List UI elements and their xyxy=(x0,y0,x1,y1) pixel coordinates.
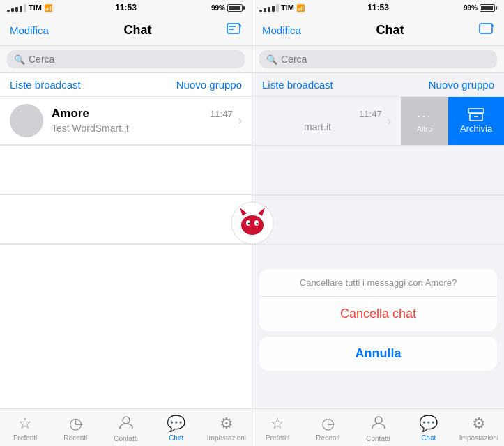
tab-bar-left: ☆ Preferiti ◷ Recenti Contatti 💬 Chat ⚙ … xyxy=(0,408,252,446)
chat-preview-right: mart.it xyxy=(304,121,331,132)
wifi-icon-right: 📶 xyxy=(296,4,305,12)
altro-button[interactable]: ··· Altro xyxy=(401,97,448,145)
tab-preferiti-right[interactable]: ☆ Preferiti xyxy=(252,412,303,445)
search-wrap-right: 🔍 xyxy=(259,50,497,68)
empty-row-2-left xyxy=(0,195,252,244)
carrier-label-right: TIM xyxy=(281,3,294,12)
recenti-label-left: Recenti xyxy=(63,434,87,442)
broadcast-row-right: Liste broadcast Nuovo gruppo xyxy=(252,73,504,97)
chat-label-left: Chat xyxy=(169,434,183,442)
broadcast-label-left[interactable]: Liste broadcast xyxy=(10,79,81,91)
search-icon-right: 🔍 xyxy=(266,54,277,65)
chat-label-right: Chat xyxy=(421,434,436,442)
contatti-label-left: Contatti xyxy=(114,435,137,443)
contatti-label-right: Contatti xyxy=(366,435,390,443)
tab-bar-right: ☆ Preferiti ◷ Recenti Contatti 💬 Chat ⚙ … xyxy=(252,408,504,446)
preferiti-icon-right: ☆ xyxy=(270,415,284,433)
tab-chat-right[interactable]: 💬 Chat xyxy=(404,412,454,445)
chat-content-right: 11:47 mart.it xyxy=(304,109,382,133)
swipe-actions: ··· Altro Archivia xyxy=(401,97,504,145)
compose-button-left[interactable] xyxy=(227,23,242,38)
impostazioni-label-right: Impostazioni xyxy=(459,434,498,442)
search-input-right[interactable] xyxy=(281,54,490,65)
search-input-left[interactable] xyxy=(29,54,238,65)
edit-button-right[interactable]: Modifica xyxy=(262,24,301,36)
battery-icon-left xyxy=(227,4,245,12)
status-bar-right: TIM 📶 11:53 99% xyxy=(252,0,504,15)
nuovo-gruppo-left[interactable]: Nuovo gruppo xyxy=(176,79,242,91)
compose-icon-left xyxy=(227,23,242,36)
battery-pct-right: 99% xyxy=(464,4,478,12)
svg-point-9 xyxy=(256,223,258,225)
right-chat-list: 11:47 mart.it › ··· Altro Arch xyxy=(252,97,504,408)
archivia-button[interactable]: Archivia xyxy=(448,97,504,145)
compose-icon-right xyxy=(479,23,494,36)
signal-dots-left xyxy=(7,4,26,12)
chat-name-left: Amore xyxy=(52,107,89,121)
chat-content-left: Amore 11:47 Test WordSmart.it xyxy=(52,107,233,134)
carrier-wifi-right: TIM 📶 xyxy=(259,3,305,12)
battery-left: 99% xyxy=(211,4,245,12)
time-left: 11:53 xyxy=(115,3,137,13)
tab-recenti-right[interactable]: ◷ Recenti xyxy=(303,412,353,445)
status-bar-left: TIM 📶 11:53 99% xyxy=(0,0,252,15)
chat-preview-left: Test WordSmart.it xyxy=(52,123,129,134)
tab-preferiti-left[interactable]: ☆ Preferiti xyxy=(0,412,50,445)
broadcast-row-left: Liste broadcast Nuovo gruppo xyxy=(0,73,252,97)
delete-chat-button[interactable]: Cancella chat xyxy=(259,297,497,331)
recenti-icon-right: ◷ xyxy=(321,415,335,433)
right-panel: TIM 📶 11:53 99% Modifica Chat 🔍 xyxy=(252,0,504,446)
battery-icon-right xyxy=(480,4,497,12)
search-bar-right: 🔍 xyxy=(252,46,504,73)
preferiti-label-right: Preferiti xyxy=(266,434,289,442)
tab-contatti-right[interactable]: Contatti xyxy=(353,412,403,445)
chevron-right-left: › xyxy=(238,114,242,127)
tab-chat-left[interactable]: 💬 Chat xyxy=(151,412,201,445)
edit-button-left[interactable]: Modifica xyxy=(10,24,49,36)
recenti-label-right: Recenti xyxy=(316,434,339,442)
svg-point-14 xyxy=(375,417,382,424)
impostazioni-label-left: Impostazioni xyxy=(207,434,246,442)
chevron-right-right: › xyxy=(388,115,391,128)
search-bar-left: 🔍 xyxy=(0,46,252,73)
tab-recenti-left[interactable]: ◷ Recenti xyxy=(50,412,100,445)
center-logo xyxy=(230,201,275,245)
avatar-left xyxy=(10,104,43,137)
wifi-icon-left: 📶 xyxy=(44,4,52,12)
action-sheet: Cancellare tutti i messaggi con Amore? C… xyxy=(259,269,497,371)
svg-rect-12 xyxy=(470,114,482,121)
search-wrap-left: 🔍 xyxy=(7,50,245,68)
chat-icon-right: 💬 xyxy=(419,415,438,433)
tab-contatti-left[interactable]: Contatti xyxy=(100,412,151,445)
battery-right: 99% xyxy=(464,4,497,12)
action-sheet-cancel: Annulla xyxy=(259,337,497,371)
nav-bar-left: Modifica Chat xyxy=(0,15,252,46)
time-right: 11:53 xyxy=(367,3,389,13)
action-sheet-title: Cancellare tutti i messaggi con Amore? xyxy=(259,269,497,297)
altro-dots-icon: ··· xyxy=(417,109,432,123)
nav-title-left: Chat xyxy=(123,23,151,38)
empty-row-1-right xyxy=(252,146,504,195)
impostazioni-icon-right: ⚙ xyxy=(472,415,486,433)
chat-icon-left: 💬 xyxy=(167,415,185,433)
recenti-icon-left: ◷ xyxy=(69,415,82,433)
nuovo-gruppo-right[interactable]: Nuovo gruppo xyxy=(429,79,494,91)
tab-impostazioni-right[interactable]: ⚙ Impostazioni xyxy=(454,412,504,445)
broadcast-label-right[interactable]: Liste broadcast xyxy=(262,79,333,91)
impostazioni-icon-left: ⚙ xyxy=(220,415,234,433)
chat-item-swiped: 11:47 mart.it › ··· Altro Arch xyxy=(252,97,504,146)
compose-button-right[interactable] xyxy=(479,23,494,38)
carrier-label-left: TIM xyxy=(29,3,42,12)
empty-row-1-left xyxy=(0,146,252,194)
action-sheet-card: Cancellare tutti i messaggi con Amore? C… xyxy=(259,269,497,331)
chat-item-left[interactable]: Amore 11:47 Test WordSmart.it › xyxy=(0,97,252,145)
contatti-icon-right xyxy=(371,415,386,433)
empty-row-2-right xyxy=(252,196,504,245)
cancel-button[interactable]: Annulla xyxy=(259,337,497,371)
chat-item-main-right[interactable]: 11:47 mart.it › xyxy=(252,97,401,145)
svg-rect-11 xyxy=(468,109,484,113)
tab-impostazioni-left[interactable]: ⚙ Impostazioni xyxy=(201,412,252,445)
svg-point-8 xyxy=(247,223,250,225)
chat-top-row-right: 11:47 xyxy=(304,109,382,119)
spacer-left xyxy=(0,245,252,408)
